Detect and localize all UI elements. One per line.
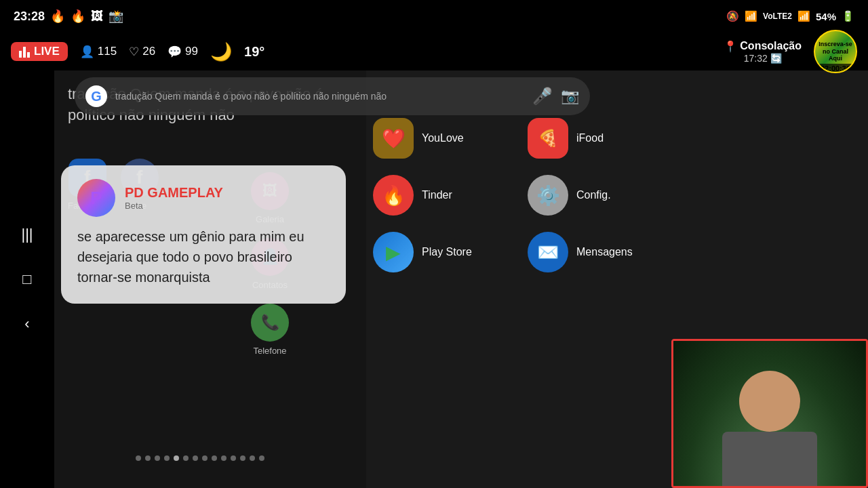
notification-body: se aparecesse um gênio para mim eu desej… (77, 226, 330, 287)
mensagens-icon: ✉️ (528, 232, 568, 272)
play-store-icon: ▶ (373, 232, 414, 272)
left-sidebar: ||| □ ‹ (0, 70, 54, 488)
channel-avatar[interactable]: Inscreva-se no Canal Aqui 02:00:36 (814, 30, 857, 73)
signal-icon: 📶 (797, 10, 810, 22)
clock: 23:28 (14, 9, 45, 24)
live-badge: LIVE (11, 42, 68, 61)
page-dot (240, 455, 245, 461)
app-play-store[interactable]: ▶ Play Store (373, 232, 517, 272)
battery-icon: 🔋 (842, 10, 854, 22)
page-dot (183, 455, 189, 461)
person-icon: 👤 (80, 45, 94, 59)
person-head (739, 371, 800, 432)
camera-search-icon[interactable]: 📷 (561, 87, 579, 105)
page-dot (231, 455, 236, 461)
app-grid: ❤️ YouLove 🍕 iFood 🔥 Tinder ⚙️ Config. (373, 118, 671, 272)
page-dot (250, 455, 255, 461)
stream-timer: 02:00:36 (818, 64, 853, 73)
page-dot (136, 455, 141, 461)
clock-refresh-icon: 🔄 (770, 53, 782, 64)
menu-icon[interactable]: ||| (21, 226, 33, 243)
search-bar[interactable]: G tradução Quem manda é o povo não é pol… (75, 77, 590, 115)
temperature: 19° (244, 44, 264, 60)
status-icon-1: 🔥 (50, 9, 65, 24)
notification-app-name: PD GAMEPLAY (125, 185, 223, 201)
status-icon-3: 🖼 (91, 9, 103, 24)
ifood-icon: 🍕 (528, 118, 568, 159)
wifi-icon: 📶 (745, 10, 757, 22)
app-telefone[interactable]: 📞 Telefone (251, 304, 289, 356)
location-pin-icon: 📍 (724, 40, 737, 53)
back-arrow-icon[interactable]: ‹ (24, 315, 29, 333)
person-body (722, 432, 817, 486)
app-youlove[interactable]: ❤️ YouLove (373, 118, 517, 159)
config-icon: ⚙️ (528, 175, 568, 216)
location-info: 📍 Consolação 17:32 🔄 (724, 40, 802, 64)
viewers-stat: 👤 115 (80, 45, 117, 59)
page-dot-active (174, 455, 179, 461)
tinder-icon: 🔥 (373, 175, 414, 216)
phone-icon: 📞 (251, 304, 289, 342)
page-dot (202, 455, 208, 461)
app-tinder[interactable]: 🔥 Tinder (373, 175, 517, 216)
search-text: tradução Quem manda é o povo não é polít… (115, 91, 524, 102)
app-mensagens[interactable]: ✉️ Mensagens (528, 232, 671, 272)
live-bar: LIVE 👤 115 ♡ 26 💬 99 🌙 19° 📍 Consolação … (0, 33, 868, 70)
mute-icon: 🔕 (726, 10, 739, 22)
page-dot (164, 455, 170, 461)
page-dot (259, 455, 264, 461)
comments-stat: 💬 99 (167, 45, 198, 59)
microphone-icon[interactable]: 🎤 (532, 87, 553, 106)
moon-icon: 🌙 (210, 41, 232, 62)
status-icon-2: 🔥 (71, 9, 85, 24)
app-ifood[interactable]: 🍕 iFood (528, 118, 671, 159)
person-silhouette (709, 371, 831, 479)
google-logo: G (85, 85, 107, 107)
page-dot (193, 455, 198, 461)
page-dot (155, 455, 160, 461)
likes-stat: ♡ 26 (129, 45, 155, 59)
status-bar: 23:28 🔥 🔥 🖼 📸 🔕 📶 VoLTE2 📶 54% 🔋 (0, 0, 868, 33)
battery-label: 54% (816, 11, 836, 22)
home-square-icon[interactable]: □ (22, 270, 31, 288)
page-indicator (136, 455, 264, 461)
notification-popup[interactable]: P PD GAMEPLAY Beta se aparecesse um gêni… (61, 165, 346, 304)
page-dot (221, 455, 226, 461)
network-label: VoLTE2 (763, 12, 792, 21)
comment-icon: 💬 (167, 45, 182, 59)
heart-icon: ♡ (129, 45, 139, 59)
status-icon-4: 📸 (108, 9, 123, 24)
youlove-icon: ❤️ (373, 118, 414, 159)
main-content: ||| □ ‹ tradução Quem manda é o povo não… (0, 70, 868, 488)
camera-feed (673, 341, 866, 486)
app-config[interactable]: ⚙️ Config. (528, 175, 671, 216)
notification-avatar: P (77, 179, 115, 217)
notification-sub: Beta (125, 201, 223, 211)
notification-header: P PD GAMEPLAY Beta (77, 179, 330, 217)
live-bar-icon (19, 45, 30, 58)
page-dot (145, 455, 151, 461)
camera-preview (671, 339, 868, 488)
page-dot (212, 455, 217, 461)
